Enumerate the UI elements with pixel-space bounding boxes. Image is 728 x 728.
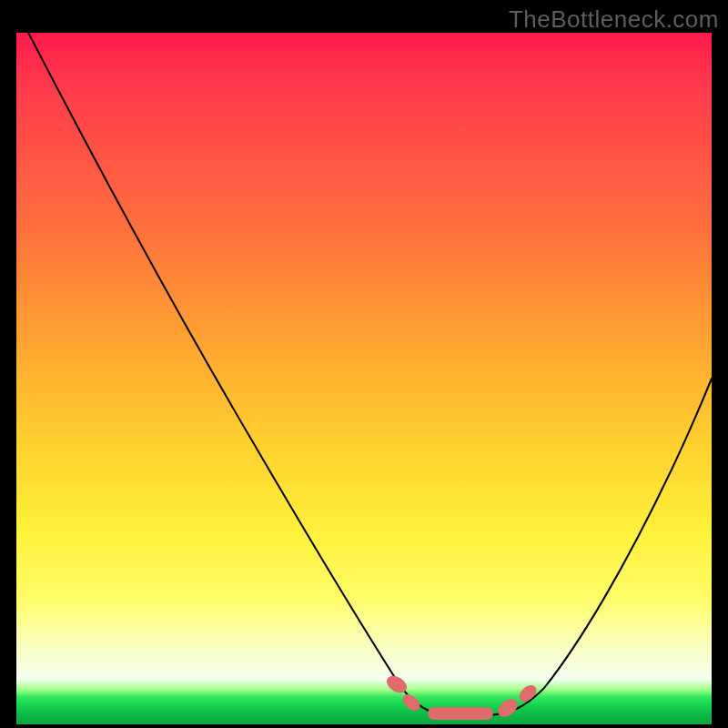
- curve-overlay: [16, 33, 712, 724]
- optimal-zone-markers: [384, 672, 540, 721]
- watermark-text: TheBottleneck.com: [509, 5, 719, 34]
- plot-area: [16, 33, 712, 724]
- chart-container: TheBottleneck.com: [0, 0, 728, 728]
- svg-rect-2: [428, 707, 493, 720]
- svg-point-1: [399, 692, 423, 714]
- bottleneck-curve: [24, 33, 712, 716]
